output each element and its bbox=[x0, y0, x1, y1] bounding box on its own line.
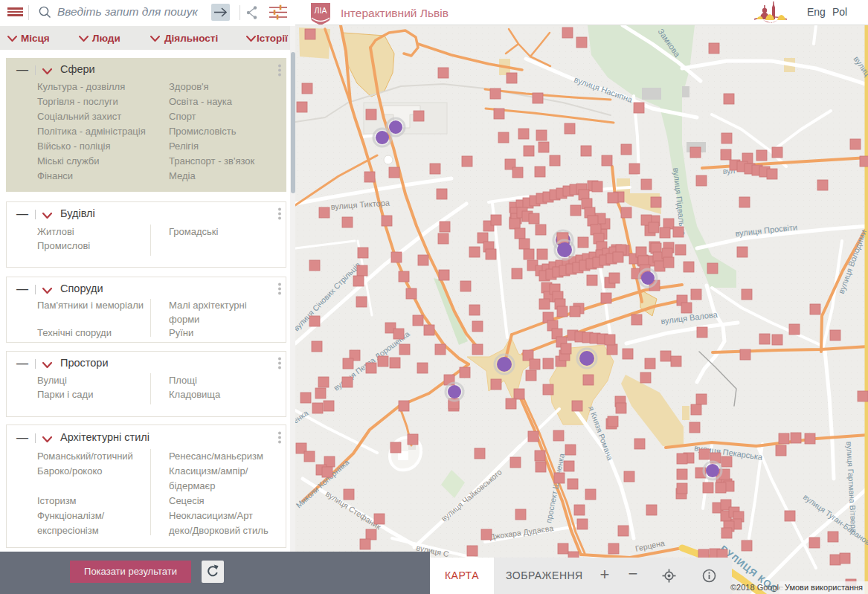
svg-text:ЛІА: ЛІА bbox=[315, 6, 327, 15]
